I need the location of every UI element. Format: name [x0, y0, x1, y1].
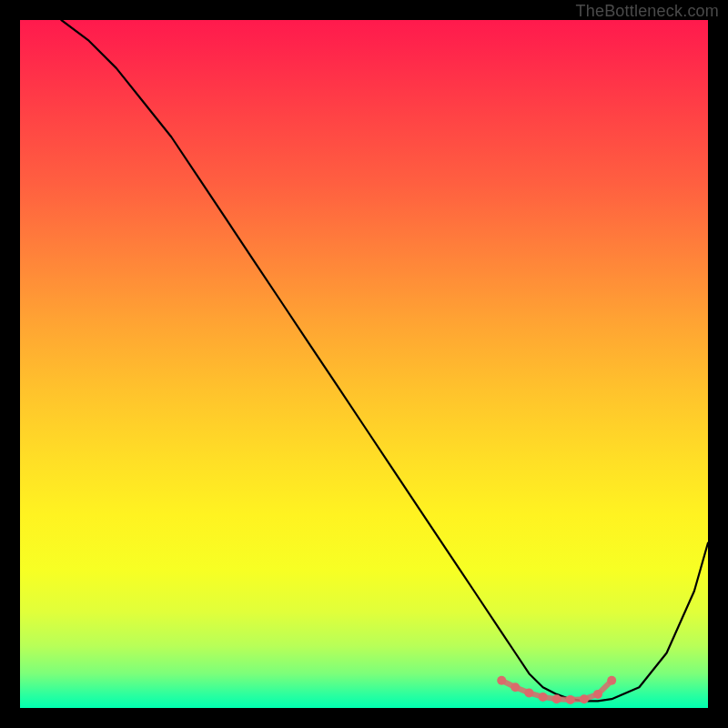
- svg-point-1: [511, 682, 520, 692]
- svg-point-8: [607, 676, 616, 685]
- svg-point-6: [580, 694, 589, 703]
- svg-point-0: [497, 676, 506, 685]
- svg-point-5: [566, 695, 575, 704]
- svg-point-3: [539, 693, 548, 702]
- svg-point-2: [524, 688, 533, 697]
- bottleneck-curve: [61, 20, 708, 701]
- svg-point-7: [593, 690, 602, 699]
- svg-point-4: [552, 694, 561, 703]
- chart-frame: TheBottleneck.com: [0, 0, 728, 728]
- chart-plot-area: [20, 20, 708, 708]
- attribution-label: TheBottleneck.com: [576, 2, 719, 21]
- chart-svg: [20, 20, 708, 708]
